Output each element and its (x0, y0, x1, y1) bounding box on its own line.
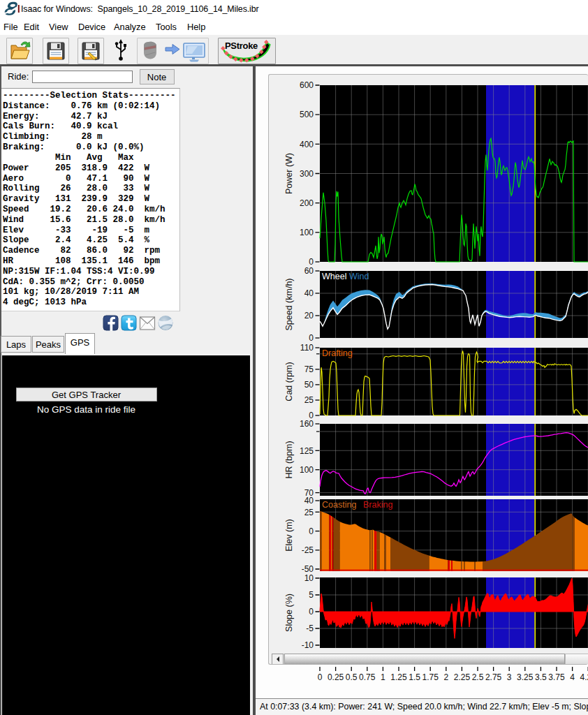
svg-text:Drafting: Drafting (322, 348, 353, 358)
svg-text:Cad (rpm): Cad (rpm) (284, 362, 294, 401)
svg-text:2.25: 2.25 (454, 672, 471, 682)
svg-text:4: 4 (570, 672, 575, 682)
svg-text:60: 60 (304, 266, 314, 276)
svg-text:0.5: 0.5 (346, 672, 358, 682)
svg-text:-25: -25 (302, 545, 314, 555)
svg-text:2.75: 2.75 (485, 672, 502, 682)
svg-text:-10: -10 (302, 640, 314, 650)
svg-text:110: 110 (300, 343, 314, 353)
svg-text:Wind: Wind (349, 272, 369, 281)
svg-text:2.5: 2.5 (472, 672, 484, 682)
svg-text:0.75: 0.75 (359, 672, 376, 682)
svg-text:3.5: 3.5 (535, 672, 547, 682)
svg-text:1.25: 1.25 (390, 672, 407, 682)
svg-text:Power (W): Power (W) (284, 153, 294, 194)
svg-text:1: 1 (381, 672, 385, 682)
svg-text:Elev (m): Elev (m) (284, 519, 294, 552)
svg-text:10: 10 (304, 573, 314, 583)
svg-text:1.75: 1.75 (422, 672, 439, 682)
svg-text:Coasting: Coasting (322, 500, 356, 510)
svg-text:3.75: 3.75 (548, 672, 565, 682)
svg-text:0: 0 (309, 333, 314, 343)
svg-text:400: 400 (300, 140, 314, 149)
svg-text:100: 100 (300, 228, 314, 237)
svg-text:160: 160 (300, 419, 314, 429)
svg-text:4.25: 4.25 (580, 672, 588, 682)
svg-text:1.5: 1.5 (409, 672, 420, 682)
svg-text:Wheel: Wheel (322, 272, 346, 281)
svg-text:200: 200 (300, 198, 314, 208)
svg-text:5: 5 (309, 590, 314, 600)
svg-text:-5: -5 (306, 624, 314, 633)
svg-text:-50: -50 (302, 564, 314, 574)
svg-text:2: 2 (443, 672, 448, 682)
svg-text:300: 300 (300, 169, 314, 179)
svg-text:125: 125 (300, 446, 314, 456)
svg-text:Speed (km/h): Speed (km/h) (284, 278, 294, 330)
svg-text:0: 0 (309, 257, 314, 267)
svg-text:0: 0 (309, 526, 314, 536)
svg-text:600: 600 (300, 80, 314, 90)
svg-text:Slope (%): Slope (%) (284, 594, 294, 632)
svg-text:40: 40 (304, 288, 314, 298)
svg-text:20: 20 (304, 311, 314, 320)
svg-text:PStroke: PStroke (225, 40, 258, 51)
svg-text:500: 500 (300, 110, 314, 119)
svg-text:40: 40 (304, 496, 314, 506)
svg-text:HR (bpm): HR (bpm) (284, 441, 294, 478)
svg-text:3: 3 (507, 672, 512, 682)
svg-text:50: 50 (304, 380, 314, 390)
svg-text:25: 25 (304, 508, 314, 517)
svg-text:100: 100 (300, 465, 314, 475)
svg-text:75: 75 (304, 364, 314, 374)
svg-text:25: 25 (304, 395, 314, 405)
svg-text:0.25: 0.25 (328, 672, 344, 682)
svg-text:0: 0 (318, 672, 323, 682)
svg-text:Braking: Braking (363, 500, 392, 510)
svg-text:0: 0 (309, 607, 314, 617)
svg-text:3.25: 3.25 (517, 672, 534, 682)
